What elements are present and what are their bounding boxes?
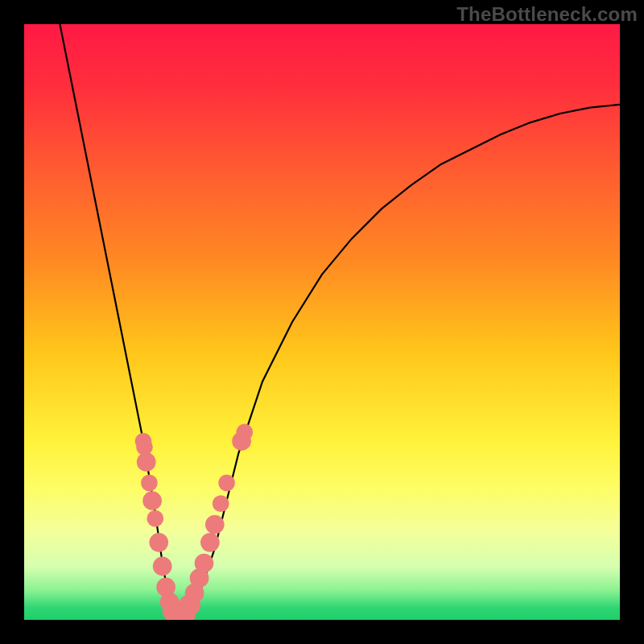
data-marker <box>195 554 214 573</box>
chart-frame: TheBottleneck.com <box>0 0 644 644</box>
data-marker <box>137 452 156 472</box>
bottleneck-chart <box>24 24 620 620</box>
gradient-background <box>24 24 620 620</box>
data-marker <box>141 474 158 491</box>
data-marker <box>205 515 225 535</box>
watermark-label: TheBottleneck.com <box>456 3 638 26</box>
data-marker <box>236 424 253 441</box>
data-marker <box>149 533 168 552</box>
data-marker <box>147 510 163 527</box>
data-marker <box>213 495 229 512</box>
data-marker <box>200 533 220 552</box>
data-marker <box>153 557 172 576</box>
plot-area <box>24 24 620 620</box>
data-marker <box>142 491 162 510</box>
data-marker <box>218 474 235 491</box>
